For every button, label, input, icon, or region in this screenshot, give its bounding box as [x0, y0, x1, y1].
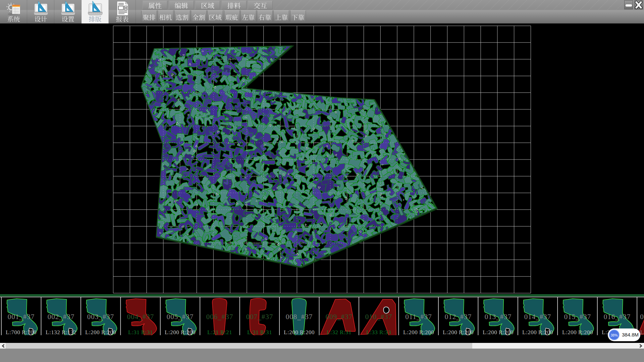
svg-text:L:200 R:200: L:200 R:200 — [562, 329, 593, 335]
svg-text:L:31 R:31: L:31 R:31 — [128, 329, 153, 335]
svg-text:001_#37: 001_#37 — [8, 313, 35, 321]
svg-text:L:200 R:200: L:200 R:200 — [443, 329, 474, 335]
svg-text:007_#37: 007_#37 — [246, 313, 273, 321]
svg-text:L:200 R:200: L:200 R:200 — [483, 329, 514, 335]
svg-text:L:21 R:21: L:21 R:21 — [207, 329, 232, 335]
svg-text:L:32 R:31: L:32 R:31 — [327, 329, 352, 335]
svg-text:L:200 R:200: L:200 R:200 — [165, 329, 196, 335]
svg-text:0: 0 — [640, 313, 644, 321]
svg-text:008_#37: 008_#37 — [286, 313, 313, 321]
svg-text:L:200 R:200: L:200 R:200 — [403, 329, 434, 335]
svg-text:013_#37: 013_#37 — [485, 313, 512, 321]
svg-text:009_#37: 009_#37 — [326, 313, 353, 321]
svg-text:L:33 R:33: L:33 R:33 — [366, 329, 391, 335]
svg-text:006_#37: 006_#37 — [206, 313, 233, 321]
svg-text:011_#37: 011_#37 — [405, 313, 432, 321]
svg-text:012_#37: 012_#37 — [445, 313, 472, 321]
svg-text:015_#37: 015_#37 — [564, 313, 591, 321]
svg-text:L:200 R:200: L:200 R:200 — [85, 329, 116, 335]
svg-text:004_#37: 004_#37 — [127, 313, 154, 321]
svg-text:002_#37: 002_#37 — [48, 313, 75, 321]
svg-text:L:132 R:132: L:132 R:132 — [46, 329, 76, 335]
svg-text:L:700 R:700: L:700 R:700 — [6, 329, 37, 335]
svg-text:L: L — [640, 329, 644, 335]
svg-text:005_#37: 005_#37 — [167, 313, 194, 321]
svg-text:016_#37: 016_#37 — [604, 313, 631, 321]
svg-text:003_#37: 003_#37 — [87, 313, 114, 321]
svg-text:L:31 R:31: L:31 R:31 — [247, 329, 272, 335]
svg-text:L:200 R:200: L:200 R:200 — [284, 329, 315, 335]
svg-text:L:200 R:200: L:200 R:200 — [522, 329, 553, 335]
svg-text:014_#37: 014_#37 — [524, 313, 551, 321]
svg-text:010_#37: 010_#37 — [365, 313, 392, 321]
